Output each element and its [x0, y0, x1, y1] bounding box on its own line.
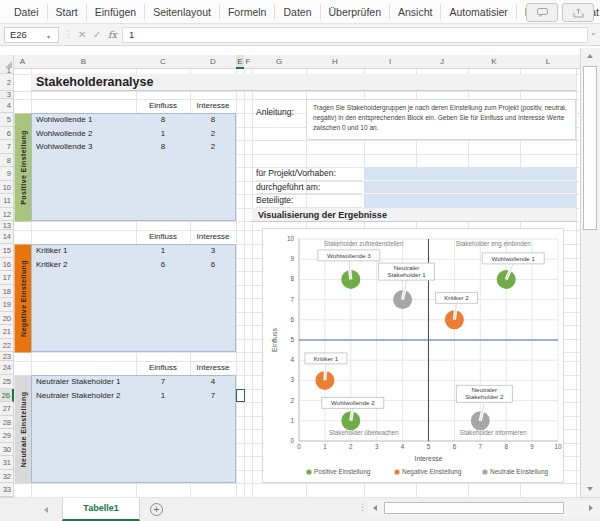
cell-interesse[interactable]: 2	[190, 140, 236, 154]
comments-button[interactable]	[526, 3, 558, 22]
row-header-26[interactable]: 26	[0, 389, 14, 403]
row-header-15[interactable]: 15	[0, 244, 14, 258]
row-header-17[interactable]: 17	[0, 271, 14, 285]
cell-interesse[interactable]: 6	[190, 258, 236, 272]
ribbon-tab-seitenlayout[interactable]: Seitenlayout	[145, 4, 220, 20]
cell-einfluss[interactable]: 8	[136, 140, 190, 154]
form-input-3[interactable]	[364, 194, 576, 208]
cell-interesse[interactable]: 2	[190, 127, 236, 141]
ribbon-tab-formeln[interactable]: Formeln	[220, 4, 276, 20]
cancel-icon[interactable]: ✕	[78, 29, 86, 40]
add-sheet-button[interactable]: +	[150, 503, 163, 516]
group-col-header-interesse: Interesse	[190, 99, 236, 113]
row-header-32[interactable]: 32	[0, 470, 14, 484]
row-header-3[interactable]: 3	[0, 91, 14, 99]
chart-xlabel: Interesse	[415, 455, 443, 462]
row-header-31[interactable]: 31	[0, 456, 14, 470]
row-header-30[interactable]: 30	[0, 443, 14, 457]
row-header-22[interactable]: 22	[0, 339, 14, 353]
cell-einfluss[interactable]: 1	[136, 389, 190, 403]
cell-stakeholder-name[interactable]: Wohlwollende 1	[36, 113, 133, 127]
row-header-10[interactable]: 10	[0, 181, 14, 195]
row-header-13[interactable]: 13	[0, 221, 14, 230]
hscroll-right-icon[interactable]	[589, 505, 593, 511]
cell-stakeholder-name[interactable]: Wohlwollende 3	[36, 140, 133, 154]
row-header-7[interactable]: 7	[0, 140, 14, 154]
row-header-29[interactable]: 29	[0, 429, 14, 443]
cell-stakeholder-name[interactable]: Neutraler Stakeholder 1	[36, 375, 133, 389]
column-header-A[interactable]: A	[14, 55, 32, 69]
active-cell-e26[interactable]	[236, 389, 245, 403]
cell-einfluss[interactable]: 7	[136, 375, 190, 389]
row-header-18[interactable]: 18	[0, 285, 14, 299]
name-box[interactable]: E26	[4, 27, 59, 43]
stakeholder-chart[interactable]: 012345678910012345678910InteresseEinflus…	[262, 228, 564, 483]
formula-bar-expand-icon[interactable]: ⌄	[590, 28, 597, 37]
sheet-tab-tabelle1[interactable]: Tabelle1	[62, 498, 140, 521]
ribbon-tab-einfügen[interactable]: Einfügen	[87, 4, 145, 20]
column-header-J[interactable]: J	[416, 55, 469, 69]
legend-label[interactable]: Negative Einstellung	[402, 468, 462, 476]
cell-stakeholder-name[interactable]: Neutraler Stakeholder 2	[36, 389, 133, 403]
row-header-21[interactable]: 21	[0, 325, 14, 339]
cell-einfluss[interactable]: 1	[136, 127, 190, 141]
ribbon-tab-daten[interactable]: Daten	[275, 4, 320, 20]
cell-interesse[interactable]: 8	[190, 113, 236, 127]
ribbon-tab-automatisier[interactable]: Automatisier	[441, 4, 516, 20]
cell-einfluss[interactable]: 6	[136, 258, 190, 272]
row-header-6[interactable]: 6	[0, 127, 14, 141]
row-header-28[interactable]: 28	[0, 416, 14, 430]
row-header-8[interactable]: 8	[0, 154, 14, 168]
row-header-24[interactable]: 24	[0, 361, 14, 375]
row-header-25[interactable]: 25	[0, 375, 14, 389]
vscroll-down-icon[interactable]	[587, 487, 593, 491]
row-header-11[interactable]: 11	[0, 194, 14, 208]
cell-stakeholder-name[interactable]: Kritiker 1	[36, 244, 133, 258]
insert-function-icon[interactable]: fx	[108, 29, 117, 40]
row-header-27[interactable]: 27	[0, 402, 14, 416]
row-header-33[interactable]: 33	[0, 483, 14, 497]
row-header-5[interactable]: 5	[0, 113, 14, 127]
row-header-12[interactable]: 12	[0, 208, 14, 222]
column-header-H[interactable]: H	[306, 55, 365, 69]
form-input-2[interactable]	[364, 181, 576, 195]
row-header-4[interactable]: 4	[0, 99, 14, 113]
row-header-2[interactable]: 2	[0, 74, 14, 91]
ribbon-tab-ansicht[interactable]: Ansicht	[390, 4, 441, 20]
column-header-G[interactable]: G	[252, 55, 307, 69]
legend-label[interactable]: Neutrale Einstellung	[490, 468, 549, 476]
ribbon-tab-start[interactable]: Start	[48, 4, 87, 20]
column-header-I[interactable]: I	[364, 55, 417, 69]
row-header-23[interactable]: 23	[0, 352, 14, 361]
column-header-B[interactable]: B	[31, 55, 137, 69]
hscroll-left-icon[interactable]	[373, 505, 377, 511]
row-header-20[interactable]: 20	[0, 312, 14, 326]
formula-input[interactable]: 1	[122, 27, 588, 43]
row-header-19[interactable]: 19	[0, 298, 14, 312]
name-box-dropdown-icon[interactable]: ▾	[47, 33, 50, 40]
form-input-1[interactable]	[364, 167, 576, 181]
sheet-nav-left-icon[interactable]	[44, 507, 48, 513]
column-header-K[interactable]: K	[468, 55, 521, 69]
cell-einfluss[interactable]: 1	[136, 244, 190, 258]
share-button[interactable]	[562, 3, 594, 22]
vscroll-up-icon[interactable]	[587, 54, 593, 58]
legend-label[interactable]: Positive Einstellung	[314, 468, 371, 476]
column-header-L[interactable]: L	[520, 55, 577, 69]
cell-interesse[interactable]: 4	[190, 375, 236, 389]
ribbon-tab-überprüfen[interactable]: Überprüfen	[321, 4, 391, 20]
cell-stakeholder-name[interactable]: Wohlwollende 2	[36, 127, 133, 141]
enter-icon[interactable]: ✓	[93, 29, 101, 40]
cell-stakeholder-name[interactable]: Kritiker 2	[36, 258, 133, 272]
cell-einfluss[interactable]: 8	[136, 113, 190, 127]
row-header-16[interactable]: 16	[0, 258, 14, 272]
hscroll-thumb[interactable]	[384, 502, 564, 514]
row-header-14[interactable]: 14	[0, 230, 14, 244]
cell-interesse[interactable]: 7	[190, 389, 236, 403]
ribbon-tab-datei[interactable]: Datei	[6, 4, 48, 20]
column-header-C[interactable]: C	[136, 55, 191, 69]
column-header-D[interactable]: D	[190, 55, 237, 69]
row-header-9[interactable]: 9	[0, 167, 14, 181]
cell-interesse[interactable]: 3	[190, 244, 236, 258]
vscroll-thumb[interactable]	[583, 66, 597, 230]
